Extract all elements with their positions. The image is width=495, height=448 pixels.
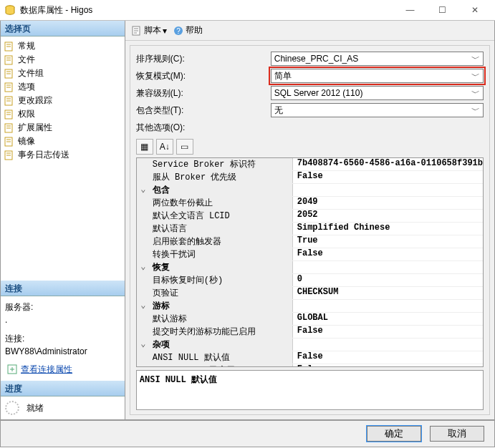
sidebar-item[interactable]: 事务日志传送 xyxy=(2,148,123,162)
compat-label: 兼容级别(L): xyxy=(136,87,265,99)
propgrid-name: 默认语言 xyxy=(150,223,293,235)
collapse-icon[interactable]: ⌄ xyxy=(137,261,150,273)
close-button[interactable]: ✕ xyxy=(458,0,491,20)
cancel-button[interactable]: 取消 xyxy=(430,426,484,442)
page-icon xyxy=(4,54,15,66)
propgrid-row[interactable]: 服从 Broker 优先级False xyxy=(137,171,483,184)
sidebar-item-label: 扩展属性 xyxy=(18,122,52,134)
propgrid-value: GLOBAL xyxy=(293,313,483,325)
propgrid-value: False xyxy=(293,326,483,338)
propgrid-name: 启用嵌套的触发器 xyxy=(150,235,293,248)
other-options-label: 其他选项(O): xyxy=(136,122,265,134)
connection-value: BWY88\Administrator xyxy=(5,345,120,358)
sidebar-item-label: 文件 xyxy=(18,54,35,66)
propgrid-name: ANSI NULLS 已启用 xyxy=(150,364,293,367)
minimize-button[interactable]: — xyxy=(394,0,426,20)
server-label: 服务器: xyxy=(5,301,120,313)
propgrid-row[interactable]: ANSI NULLS 已启用False xyxy=(137,364,483,367)
categorize-button[interactable]: ▦ xyxy=(136,139,153,155)
containment-label: 包含类型(T): xyxy=(136,104,265,117)
propgrid-row[interactable]: 转换干扰词False xyxy=(137,248,483,261)
sidebar-item[interactable]: 选项 xyxy=(2,80,123,94)
svg-text:?: ? xyxy=(176,27,181,35)
page-icon xyxy=(4,122,15,134)
propgrid-value: False xyxy=(293,248,483,260)
chevron-down-icon: ﹀ xyxy=(471,104,480,117)
description-title: ANSI NULL 默认值 xyxy=(140,374,480,386)
collation-label: 排序规则(C): xyxy=(136,53,265,65)
propgrid-row[interactable]: ANSI NULL 默认值False xyxy=(137,351,483,364)
pages-button[interactable]: ▭ xyxy=(176,139,193,155)
collapse-icon[interactable]: ⌄ xyxy=(137,300,150,312)
propgrid-row[interactable]: 默认游标GLOBAL xyxy=(137,313,483,326)
collapse-icon[interactable]: ⌄ xyxy=(137,184,150,196)
sidebar-item[interactable]: 镜像 xyxy=(2,135,123,148)
page-icon xyxy=(4,109,15,120)
propgrid-category[interactable]: ⌄包含 xyxy=(137,184,483,197)
propgrid-row[interactable]: 页验证CHECKSUM xyxy=(137,287,483,300)
script-button[interactable]: 脚本 ▾ xyxy=(131,24,167,36)
propgrid-value: False xyxy=(293,171,483,183)
toolbar: 脚本 ▾ ? 帮助 xyxy=(125,21,494,41)
containment-combo[interactable]: 无﹀ xyxy=(271,103,484,117)
compat-combo[interactable]: SQL Server 2012 (110)﹀ xyxy=(271,86,484,100)
propgrid-row[interactable]: 默认全文语言 LCID2052 xyxy=(137,210,483,223)
propgrid-value: 2052 xyxy=(293,210,483,222)
propgrid-value: 0 xyxy=(293,274,483,286)
chevron-down-icon: ﹀ xyxy=(471,70,480,82)
propgrid-category[interactable]: ⌄恢复 xyxy=(137,261,483,274)
page-icon xyxy=(4,82,15,93)
collapse-icon[interactable]: ⌄ xyxy=(137,339,150,351)
propgrid-value: True xyxy=(293,235,483,248)
propgrid-row[interactable]: 两位数年份截止2049 xyxy=(137,197,483,210)
sidebar-item-label: 常规 xyxy=(18,40,35,52)
propgrid-row[interactable]: 默认语言Simplified Chinese xyxy=(137,223,483,235)
propgrid-cat-name: 杂项 xyxy=(150,339,293,351)
propgrid-value: False xyxy=(293,364,483,367)
chevron-down-icon: ﹀ xyxy=(471,53,480,65)
sidebar-item[interactable]: 权限 xyxy=(2,107,123,121)
view-connection-props-link[interactable]: 查看连接属性 xyxy=(21,363,72,376)
propgrid-value: CHECKSUM xyxy=(293,287,483,299)
grid-toolbar: ▦ A↓ ▭ xyxy=(136,136,484,157)
property-grid[interactable]: Service Broker 标识符7b408874-6560-4586-a16… xyxy=(136,157,484,367)
sidebar-item[interactable]: 常规 xyxy=(2,39,123,53)
propgrid-row[interactable]: 提交时关闭游标功能已启用False xyxy=(137,326,483,339)
propgrid-row[interactable]: 启用嵌套的触发器True xyxy=(137,235,483,248)
collation-combo[interactable]: Chinese_PRC_CI_AS﹀ xyxy=(271,52,484,66)
help-icon: ? xyxy=(173,25,184,36)
propgrid-name: 页验证 xyxy=(150,287,293,299)
propgrid-name: 提交时关闭游标功能已启用 xyxy=(150,326,293,338)
nav-list: 常规文件文件组选项更改跟踪权限扩展属性镜像事务日志传送 xyxy=(1,36,125,165)
propgrid-category[interactable]: ⌄游标 xyxy=(137,300,483,313)
propgrid-name: 服从 Broker 优先级 xyxy=(150,171,293,183)
progress-status: 就绪 xyxy=(27,401,44,414)
recovery-label: 恢复模式(M): xyxy=(136,70,265,82)
script-icon xyxy=(131,25,143,36)
sidebar-item-label: 权限 xyxy=(18,108,35,120)
propgrid-category[interactable]: ⌄杂项 xyxy=(137,339,483,351)
propgrid-value: 7b408874-6560-4586-a16a-0110658f391b xyxy=(293,158,483,170)
sidebar-item[interactable]: 文件 xyxy=(2,53,123,67)
recovery-combo[interactable]: 简单﹀ xyxy=(271,69,484,83)
sidebar-item[interactable]: 扩展属性 xyxy=(2,121,123,135)
propgrid-value: 2049 xyxy=(293,197,483,209)
sort-az-button[interactable]: A↓ xyxy=(156,139,173,155)
button-bar: 确定 取消 xyxy=(0,420,495,447)
help-button[interactable]: ? 帮助 xyxy=(173,24,203,36)
propgrid-value: Simplified Chinese xyxy=(293,223,483,235)
ok-button[interactable]: 确定 xyxy=(367,426,421,442)
maximize-button[interactable]: ☐ xyxy=(426,0,458,20)
propgrid-name: 两位数年份截止 xyxy=(150,197,293,209)
window-title: 数据库属性 - Higos xyxy=(20,4,394,16)
sidebar-item[interactable]: 文件组 xyxy=(2,67,123,80)
connection-label: 连接: xyxy=(5,332,120,345)
propgrid-row[interactable]: 目标恢复时间(秒)0 xyxy=(137,274,483,287)
page-icon xyxy=(4,95,15,107)
propgrid-cat-name: 恢复 xyxy=(150,261,293,273)
sidebar-item[interactable]: 更改跟踪 xyxy=(2,94,123,107)
propgrid-cat-name: 游标 xyxy=(150,300,293,312)
connection-header: 连接 xyxy=(1,281,125,296)
propgrid-row[interactable]: Service Broker 标识符7b408874-6560-4586-a16… xyxy=(137,158,483,171)
sidebar-item-label: 事务日志传送 xyxy=(18,149,69,161)
